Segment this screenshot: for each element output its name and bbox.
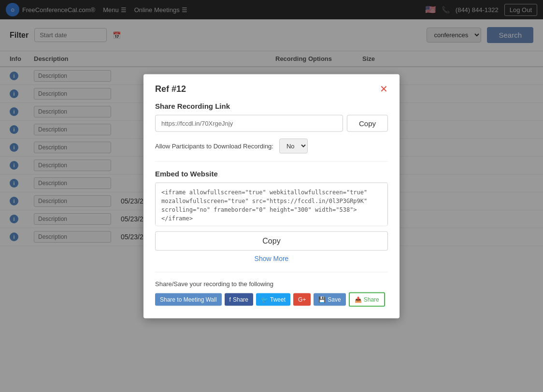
facebook-icon: f — [229, 296, 231, 303]
modal-title: Ref #12 — [155, 84, 186, 94]
save-icon: 💾 — [318, 296, 326, 303]
allow-download-row: Allow Participants to Download Recording… — [155, 138, 388, 161]
share-buttons: Share to Meeting Wall f Share 🐦 Tweet G+… — [155, 292, 388, 306]
facebook-button[interactable]: f Share — [225, 293, 253, 305]
close-button[interactable]: ✕ — [380, 84, 388, 94]
copy-embed-button[interactable]: Copy — [155, 231, 388, 250]
save-button[interactable]: 💾 Save — [314, 293, 345, 305]
copy-link-button[interactable]: Copy — [347, 115, 388, 131]
meeting-wall-button[interactable]: Share to Meeting Wall — [155, 293, 222, 305]
twitter-icon: 🐦 — [261, 296, 268, 303]
embed-code-textarea[interactable]: <iframe allowfullscreen="true" webkitall… — [155, 182, 388, 226]
share-green-button[interactable]: 📤 Share — [349, 292, 385, 306]
share-green-icon: 📤 — [355, 296, 362, 303]
allow-download-label: Allow Participants to Download Recording… — [155, 142, 273, 149]
embed-title: Embed to Website — [155, 169, 388, 177]
share-modal: Ref #12 ✕ Share Recording Link Copy Allo… — [143, 74, 400, 318]
modal-header: Ref #12 ✕ — [155, 84, 388, 94]
share-link-input[interactable] — [155, 115, 343, 131]
share-recording-title: Share Recording Link — [155, 102, 388, 110]
allow-download-select[interactable]: No — [279, 138, 308, 153]
show-more-link[interactable]: Show More — [155, 254, 388, 262]
gplus-button[interactable]: G+ — [293, 293, 311, 305]
share-link-row: Copy — [155, 115, 388, 131]
twitter-button[interactable]: 🐦 Tweet — [256, 293, 290, 305]
share-save-title: Share/Save your recording to the followi… — [155, 272, 388, 287]
